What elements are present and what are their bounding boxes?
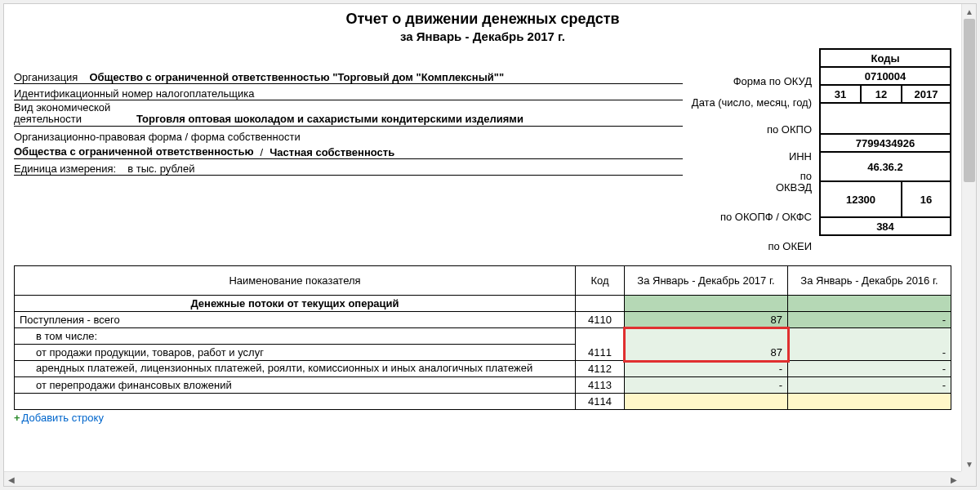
row-code: 4113 [576,377,625,394]
row-code: 4114 [576,394,625,410]
report-title: Отчет о движении денежных средств [14,11,951,28]
form-sep: / [254,146,270,158]
okei-value: 384 [820,217,951,235]
row-prev[interactable]: - [788,328,951,361]
row-cur-highlight[interactable]: 87 [625,328,788,361]
add-row-button[interactable]: +Добавить строку [14,412,951,424]
unit-label: Единица измерения: [14,163,127,175]
okud-label: Форма по ОКУД [691,71,813,91]
section-row: Денежные потоки от текущих операций [15,296,951,312]
okfs-value: 16 [902,181,951,217]
row-name: Поступления - всего [15,312,576,328]
row-cur[interactable]: 87 [625,312,788,328]
row-name [15,394,576,410]
org-value: Общество с ограниченной ответственностью… [89,71,504,83]
table-row: арендных платежей, лицензионных платежей… [15,361,951,377]
row-name: в том числе: [15,328,576,345]
form-value-left: Общества с ограниченной ответственностью [14,146,254,158]
scroll-thumb[interactable] [964,19,975,182]
col-name: Наименование показателя [15,266,576,296]
okopf-value: 12300 [820,181,902,217]
unit-value: в тыс. рублей [127,163,194,175]
report-subtitle: за Январь - Декабрь 2017 г. [14,29,951,43]
data-table: Наименование показателя Код За Январь - … [14,265,951,410]
row-prev[interactable]: - [788,377,951,394]
okopf-label: по ОКОПФ / ОКФС [691,198,813,234]
section-title: Денежные потоки от текущих операций [15,296,576,312]
col-cur: За Январь - Декабрь 2017 г. [625,266,788,296]
horizontal-scrollbar[interactable]: ◀ ▶ [4,471,961,486]
scrollbar-corner [961,471,976,486]
activity-value: Торговля оптовая шоколадом и сахаристыми… [136,114,523,125]
okud-value: 0710004 [820,67,951,85]
vertical-scrollbar[interactable]: ▲ ▼ [961,4,976,471]
table-row: 4114 [15,394,951,410]
activity-label: Вид экономической деятельности [14,102,136,126]
table-header-row: Наименование показателя Код За Январь - … [15,266,951,296]
okpo-value [820,103,951,134]
document-viewport: Отчет о движении денежных средств за Янв… [3,3,977,487]
row-cur[interactable]: - [625,361,788,377]
col-prev: За Январь - Декабрь 2016 г. [788,266,951,296]
okei-label: по ОКЕИ [691,236,813,256]
codes-header: Коды [820,49,951,67]
row-name: от перепродажи финансовых вложений [15,377,576,394]
codes-labels: Форма по ОКУД Дата (число, месяц, год) п… [689,48,819,257]
row-name: арендных платежей, лицензионных платежей… [15,361,576,377]
inn-row-label: Идентификационный номер налогоплательщик… [14,87,265,100]
scroll-down-icon[interactable]: ▼ [962,457,977,471]
row-cur[interactable] [625,394,788,410]
okpo-label: по ОКПО [691,114,813,145]
codes-box: Коды 0710004 31 12 2017 7799434926 46.36… [819,48,951,236]
form-value-right: Частная собственность [270,146,394,158]
org-label: Организация [14,71,89,83]
add-row-label: Добавить строку [22,412,104,424]
form-label: Организационно-правовая форма / форма со… [14,131,312,143]
table-row: Поступления - всего 4110 87 - [15,312,951,328]
row-code: 4110 [576,312,625,328]
scroll-left-icon[interactable]: ◀ [4,472,19,487]
document-content: Отчет о движении денежных средств за Янв… [4,4,961,471]
inn-value: 7799434926 [820,134,951,152]
date-label: Дата (число, месяц, год) [691,92,813,112]
scroll-right-icon[interactable]: ▶ [947,472,961,487]
okved-label: поОКВЭД [691,167,813,197]
plus-icon: + [14,412,20,424]
date-month: 12 [861,85,902,103]
codes-block: Форма по ОКУД Дата (число, месяц, год) п… [689,48,951,257]
row-code: 4112 [576,361,625,377]
row-prev[interactable] [788,394,951,410]
row-prev[interactable]: - [788,361,951,377]
col-code: Код [576,266,625,296]
row-prev[interactable]: - [788,312,951,328]
scroll-up-icon[interactable]: ▲ [962,4,977,19]
table-row: от перепродажи финансовых вложений 4113 … [15,377,951,394]
row-name: от продажи продукции, товаров, работ и у… [15,345,576,361]
date-day: 31 [820,85,861,103]
date-year: 2017 [902,85,951,103]
row-code: 4111 [576,328,625,361]
row-cur[interactable]: - [625,377,788,394]
table-row: в том числе: 4111 87 - [15,328,951,345]
inn-label: ИНН [691,146,813,166]
meta-left-block: Организация Общество с ограниченной отве… [14,48,683,176]
okved-value: 46.36.2 [820,152,951,181]
